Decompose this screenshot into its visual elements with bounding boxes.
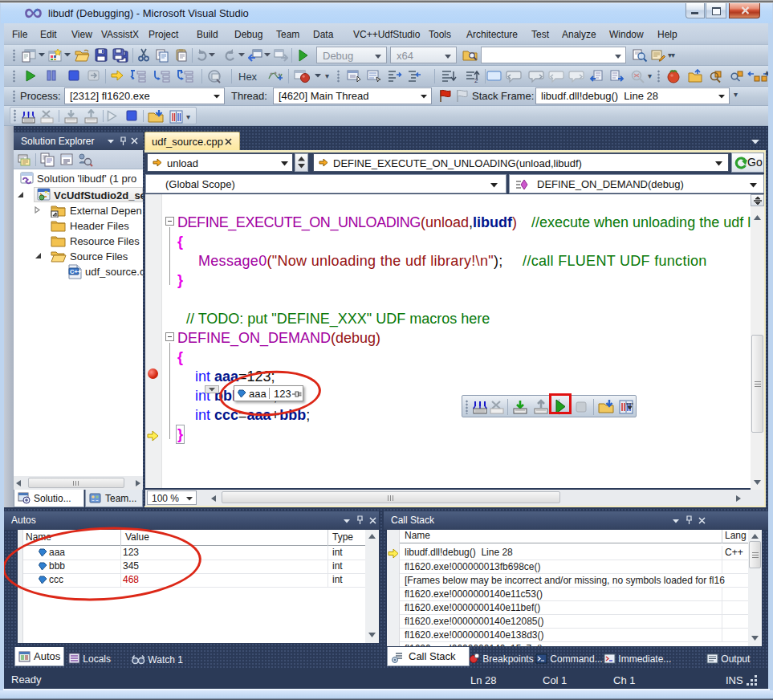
svg-text:2: 2 — [474, 77, 478, 83]
svg-text:C++: C++ — [70, 268, 82, 275]
